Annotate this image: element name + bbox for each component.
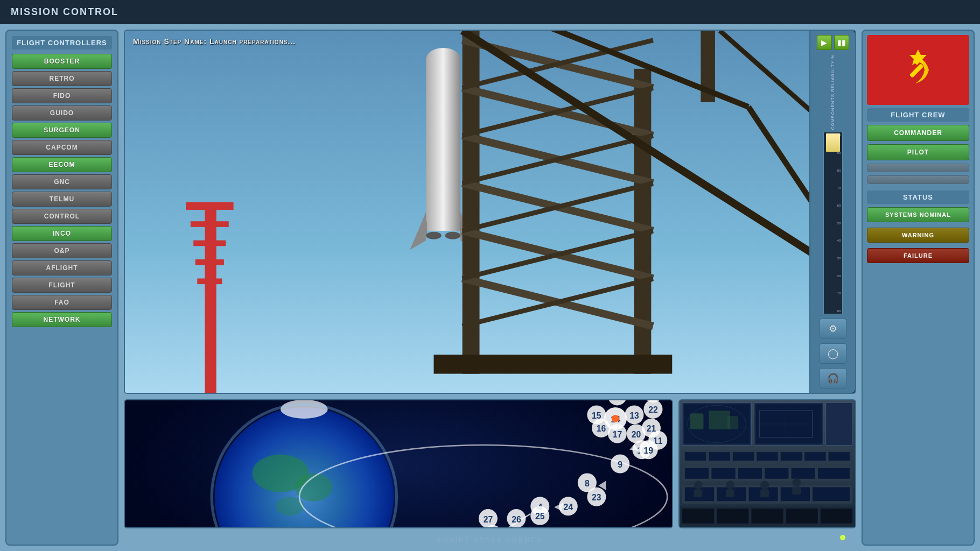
right-panel: Flight Crew Commander Pilot Status Syste… [862,30,975,546]
flight-controllers-title: Flight Controllers [12,36,112,50]
play-button[interactable]: ▶ [817,35,832,50]
svg-rect-161 [717,508,748,524]
left-panel: Flight Controllers BOOSTERRETROFIDOGUIDO… [5,30,118,546]
svg-rect-160 [682,508,714,524]
video-sidebar: ▶ ▮▮ Components Reliability % 100 90 80 … [809,31,855,393]
gauge-fill [826,133,840,152]
controller-btn-guido[interactable]: GUIDO [12,105,112,121]
svg-text:24: 24 [564,503,573,512]
svg-rect-3 [191,221,229,227]
svg-rect-122 [709,411,730,429]
svg-rect-142 [765,468,788,479]
reliability-gauge: Components Reliability % 100 90 80 70 60… [817,54,849,314]
mission-control-svg [680,400,855,527]
main-layout: Flight Controllers BOOSTERRETROFIDOGUIDO… [0,24,980,551]
controller-btn-telmu[interactable]: TELMU [12,192,112,207]
svg-text:23: 23 [592,493,601,502]
svg-rect-164 [821,508,852,524]
svg-point-153 [726,481,734,490]
svg-text:9: 9 [618,460,622,469]
commander-button[interactable]: Commander [867,125,969,141]
controller-btn-fao[interactable]: FAO [12,295,112,310]
svg-text:25: 25 [535,512,545,521]
rocket-scene [125,31,809,393]
svg-text:16: 16 [597,424,606,433]
video-area: Mission Step Name: Launch preparations..… [124,30,856,394]
svg-rect-143 [791,468,815,479]
systems-nominal-button[interactable]: Systems Nominal [867,207,969,222]
footer-area: Soviet Space Agency [124,534,856,546]
circle-button[interactable]: ◯ [820,343,846,364]
svg-rect-165 [909,63,924,78]
svg-text:26: 26 [512,515,521,524]
svg-rect-34 [434,355,673,373]
reliability-label: Components Reliability % [830,54,835,130]
svg-text:17: 17 [613,430,622,439]
controller-btn-capcom[interactable]: CAPCOM [12,140,112,155]
svg-rect-5 [195,259,224,265]
svg-rect-133 [733,452,754,461]
svg-rect-136 [804,452,826,461]
svg-text:19: 19 [643,446,653,455]
svg-rect-4 [193,241,226,246]
svg-rect-123 [727,416,738,429]
svg-rect-1 [205,202,216,393]
svg-rect-141 [738,468,762,479]
top-bar: Mission Control [0,0,980,24]
svg-rect-152 [694,489,703,497]
controller-btn-inco[interactable]: INCO [12,226,112,241]
svg-rect-158 [792,486,801,495]
pause-button[interactable]: ▮▮ [834,35,849,50]
svg-point-13 [426,232,441,239]
center-panel: Mission Step Name: Launch preparations..… [124,30,856,546]
svg-rect-121 [690,413,704,429]
controller-btn-booster[interactable]: BOOSTER [12,54,112,69]
svg-rect-156 [760,489,769,497]
svg-rect-140 [711,468,735,479]
failure-button[interactable]: Failure [867,248,969,263]
svg-rect-139 [685,468,709,479]
flight-crew-title: Flight Crew [867,108,969,122]
controller-btn-flight[interactable]: FLIGHT [12,278,112,293]
soviet-flag [867,35,969,105]
svg-rect-135 [781,452,802,461]
svg-text:20: 20 [632,430,641,439]
svg-rect-144 [818,468,850,479]
svg-rect-129 [826,402,852,445]
svg-point-157 [792,478,801,487]
gauge-bar: 100 90 80 70 60 50 40 30 20 10 00 [823,132,843,314]
controllers-list: BOOSTERRETROFIDOGUIDOSURGEONCAPCOMEECOMG… [12,54,112,329]
svg-rect-162 [751,508,783,524]
svg-point-95 [612,415,619,422]
pilot-button[interactable]: Pilot [867,144,969,160]
svg-text:22: 22 [648,405,658,414]
controller-btn-op[interactable]: O&P [12,243,112,258]
svg-point-151 [694,481,703,490]
bottom-panels: 5 6 7 1 2 3 [124,399,856,528]
controller-btn-surgeon[interactable]: SURGEON [12,123,112,138]
crew-slot-4 [867,175,969,184]
svg-rect-150 [813,487,850,501]
controller-btn-control[interactable]: CONTROL [12,209,112,224]
settings-button[interactable]: ⚙ [820,319,846,339]
controller-btn-aflight[interactable]: AFLIGHT [12,260,112,276]
controller-btn-network[interactable]: NETWORK [12,312,112,327]
svg-point-155 [760,481,769,490]
svg-text:18: 18 [613,400,622,401]
orbit-panel: 5 6 7 1 2 3 [124,399,673,528]
svg-rect-154 [726,489,734,497]
controller-btn-fido[interactable]: FIDO [12,88,112,103]
gauge-scale: 100 90 80 70 60 50 40 30 20 10 00 [824,132,842,314]
orbit-svg: 5 6 7 1 2 3 [125,400,672,527]
flag-svg [886,43,950,97]
controller-btn-gnc[interactable]: GNC [12,174,112,189]
rocket-svg [125,31,809,393]
status-title: Status [867,190,969,204]
warning-button[interactable]: Warning [867,228,969,243]
controller-btn-eecom[interactable]: EECOM [12,157,112,172]
svg-point-14 [445,232,460,239]
controller-btn-retro[interactable]: RETRO [12,71,112,86]
svg-rect-163 [786,508,818,524]
video-content: Mission Step Name: Launch preparations..… [125,31,809,393]
headphones-button[interactable]: 🎧 [820,368,846,388]
